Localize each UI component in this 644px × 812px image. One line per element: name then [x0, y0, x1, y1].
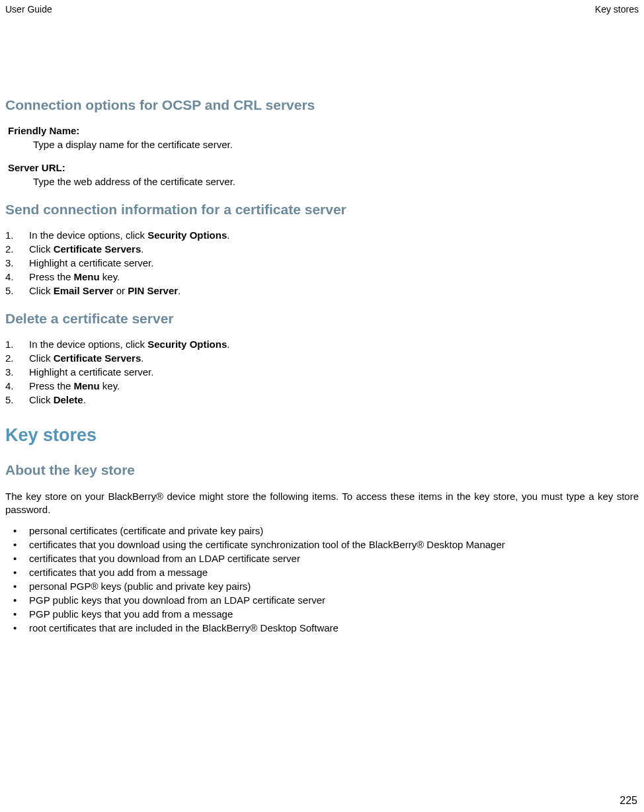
- heading-about-key-store: About the key store: [5, 462, 639, 478]
- list-item: PGP public keys that you add from a mess…: [5, 608, 639, 620]
- list-item: Click Delete.: [5, 394, 639, 405]
- page-number: 225: [620, 795, 637, 807]
- list-item: personal PGP® keys (public and private k…: [5, 581, 639, 592]
- term-friendly-name: Friendly Name:: [8, 125, 639, 136]
- desc-server-url: Type the web address of the certificate …: [33, 176, 639, 187]
- list-item: Highlight a certificate server.: [5, 366, 639, 378]
- term-server-url: Server URL:: [8, 162, 639, 173]
- list-item: certificates that you add from a message: [5, 567, 639, 578]
- desc-friendly-name: Type a display name for the certificate …: [33, 139, 639, 150]
- list-item: In the device options, click Security Op…: [5, 229, 639, 241]
- list-item: Press the Menu key.: [5, 380, 639, 391]
- list-item: Press the Menu key.: [5, 271, 639, 282]
- list-item: certificates that you download from an L…: [5, 553, 639, 564]
- list-item: PGP public keys that you download from a…: [5, 594, 639, 606]
- list-item: root certificates that are included in t…: [5, 622, 639, 633]
- heading-connection-options: Connection options for OCSP and CRL serv…: [5, 97, 639, 113]
- paragraph-about-key-store: The key store on your BlackBerry® device…: [5, 490, 639, 517]
- heading-send-connection-info: Send connection information for a certif…: [5, 202, 639, 218]
- section-delete-certificate-server: Delete a certificate server In the devic…: [5, 311, 639, 405]
- list-item: Highlight a certificate server.: [5, 257, 639, 268]
- heading-delete-certificate-server: Delete a certificate server: [5, 311, 639, 327]
- section-send-connection-info: Send connection information for a certif…: [5, 202, 639, 296]
- definition-friendly-name: Friendly Name: Type a display name for t…: [5, 125, 639, 150]
- header-right: Key stores: [595, 4, 639, 15]
- page-header: User Guide Key stores: [5, 4, 639, 15]
- section-connection-options: Connection options for OCSP and CRL serv…: [5, 97, 639, 187]
- list-item: personal certificates (certificate and p…: [5, 525, 639, 536]
- section-about-key-store: About the key store The key store on you…: [5, 462, 639, 633]
- list-item: Click Email Server or PIN Server.: [5, 285, 639, 296]
- list-item: certificates that you download using the…: [5, 539, 639, 550]
- list-item: Click Certificate Servers.: [5, 352, 639, 364]
- heading-key-stores: Key stores: [5, 425, 639, 446]
- list-item: In the device options, click Security Op…: [5, 339, 639, 350]
- header-left: User Guide: [5, 4, 52, 15]
- definition-server-url: Server URL: Type the web address of the …: [5, 162, 639, 187]
- steps-delete-certificate-server: In the device options, click Security Op…: [5, 339, 639, 405]
- bullets-key-store-items: personal certificates (certificate and p…: [5, 525, 639, 633]
- list-item: Click Certificate Servers.: [5, 243, 639, 255]
- steps-send-connection-info: In the device options, click Security Op…: [5, 229, 639, 296]
